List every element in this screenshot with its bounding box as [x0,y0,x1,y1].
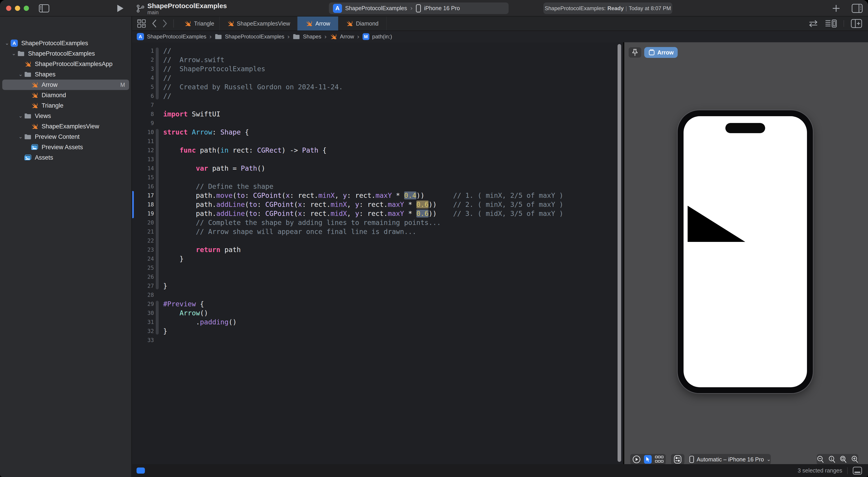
zoom-100-icon[interactable]: 1 [828,455,836,464]
disclosure-chevron-icon[interactable]: ⌄ [17,71,24,77]
swap-editors-icon[interactable] [808,20,818,27]
code-line[interactable] [163,155,563,164]
breadcrumb-item[interactable]: path(in:) [372,33,392,40]
scheme-selector[interactable]: A ShapeProtocolExamples › iPhone 16 Pro [329,2,508,14]
line-number[interactable]: 8 [132,110,154,119]
tree-row-ShapeProtocolExamples[interactable]: ⌄AShapeProtocolExamples [0,38,132,49]
code-line[interactable]: } [163,327,563,336]
code-line[interactable]: } [163,281,563,291]
line-number[interactable]: 24 [132,254,154,263]
selectable-mode-button[interactable] [644,455,652,464]
disclosure-chevron-icon[interactable]: ⌄ [17,134,24,140]
code-line[interactable]: // Complete the shape by adding lines to… [163,218,563,227]
line-number[interactable]: 17 [132,191,154,200]
library-add-icon[interactable] [832,4,840,12]
tree-row-Shapes[interactable]: ⌄Shapes [0,69,132,80]
breadcrumb-item[interactable]: ShapeProtocolExamples [225,33,284,40]
code-line[interactable] [163,173,563,182]
editor-options-icon[interactable] [825,19,837,28]
code-line[interactable]: struct Arrow: Shape { [163,128,563,137]
code-line[interactable]: // Arrow.swift [163,55,563,64]
tree-row-ShapeExamplesView[interactable]: ShapeExamplesView [0,121,132,131]
zoom-window-button[interactable] [24,6,29,11]
code-line[interactable]: Arrow() [163,308,563,318]
tree-row-Views[interactable]: ⌄Views [0,111,132,121]
zoom-out-icon[interactable] [817,455,824,464]
iphone-screen[interactable] [684,116,807,387]
go-forward-icon[interactable] [162,20,167,28]
line-number[interactable]: 23 [132,245,154,254]
line-number[interactable]: 4 [132,73,154,83]
editor-focus-indicator[interactable] [136,468,145,474]
line-number[interactable]: 15 [132,173,154,182]
breadcrumb-item[interactable]: Arrow [340,33,354,40]
line-number[interactable]: 9 [132,119,154,128]
code-line[interactable]: return path [163,245,563,254]
line-number[interactable]: 28 [132,291,154,300]
code-line[interactable]: // ShapeProtocolExamples [163,64,563,73]
breadcrumb-item[interactable]: Shapes [303,33,321,40]
code-line[interactable] [163,236,563,245]
code-line[interactable]: path.move(to: CGPoint(x: rect.minX, y: r… [163,191,563,200]
code-line[interactable] [163,137,563,146]
code-line[interactable]: .padding() [163,318,563,327]
tab-Arrow[interactable]: Arrow [298,17,338,31]
fold-ribbon-segment[interactable] [156,301,159,335]
preview-target-chip[interactable]: Arrow [644,47,678,58]
code-line[interactable]: // [163,46,563,55]
run-button[interactable] [117,4,124,12]
code-line[interactable]: // [163,92,563,100]
tab-ShapeExamplesView[interactable]: ShapeExamplesView [220,17,298,31]
line-number[interactable]: 14 [132,164,154,173]
line-number[interactable]: 12 [132,146,154,155]
line-number[interactable]: 29 [132,300,154,308]
minimize-window-button[interactable] [15,6,20,11]
tree-row-Preview Content[interactable]: ⌄Preview Content [0,131,132,142]
code-lines[interactable]: //// Arrow.swift// ShapeProtocolExamples… [163,46,563,345]
line-number[interactable]: 16 [132,182,154,191]
zoom-fit-icon[interactable] [839,455,847,464]
toggle-debug-area-icon[interactable] [852,467,862,475]
line-number[interactable]: 6 [132,92,154,100]
code-line[interactable] [163,336,563,345]
line-number[interactable]: 21 [132,227,154,236]
go-back-icon[interactable] [152,20,157,28]
toggle-inspector-icon[interactable] [852,4,863,13]
disclosure-chevron-icon[interactable]: ⌄ [4,40,10,46]
line-number[interactable]: 7 [132,100,154,110]
live-preview-icon[interactable] [632,455,641,464]
tree-row-Arrow[interactable]: ArrowM [0,80,132,90]
line-number-gutter[interactable]: 1234567891011121314151617181920212223242… [132,46,154,345]
disclosure-chevron-icon[interactable]: ⌄ [10,51,17,57]
tree-row-Assets[interactable]: Assets [0,152,132,163]
zoom-in-icon[interactable] [851,455,859,464]
code-line[interactable]: import SwiftUI [163,110,563,119]
line-number[interactable]: 31 [132,318,154,327]
line-number[interactable]: 5 [132,83,154,92]
line-number[interactable]: 19 [132,209,154,218]
code-line[interactable]: // [163,73,563,83]
toggle-navigator-icon[interactable] [39,4,49,12]
tab-Triangle[interactable]: Triangle [179,17,220,31]
line-number[interactable]: 33 [132,336,154,345]
tree-row-Diamond[interactable]: Diamond [0,90,132,100]
tree-row-Triangle[interactable]: Triangle [0,100,132,111]
code-line[interactable]: path.addLine(to: CGPoint(x: rect.minX, y… [163,200,563,209]
editor-scrollbar[interactable] [618,44,621,462]
preview-device-dropdown[interactable]: Automatic – iPhone 16 Pro ⌄ [689,454,771,465]
variants-mode-icon[interactable] [655,455,664,464]
fold-ribbon-segment[interactable] [156,129,159,289]
close-window-button[interactable] [6,6,11,11]
add-editor-icon[interactable] [851,19,862,28]
line-number[interactable]: 11 [132,137,154,146]
line-number[interactable]: 27 [132,281,154,291]
code-line[interactable]: // Created by Russell Gordon on 2024-11-… [163,83,563,92]
breadcrumb-item[interactable]: ShapeProtocolExamples [147,33,206,40]
line-number[interactable]: 25 [132,263,154,272]
tree-row-ShapeProtocolExamplesApp[interactable]: ShapeProtocolExamplesApp [0,59,132,69]
line-number[interactable]: 22 [132,236,154,245]
code-line[interactable]: } [163,254,563,263]
code-line[interactable]: path.addLine(to: CGPoint(x: rect.midX, y… [163,209,563,218]
line-number[interactable]: 1 [132,46,154,55]
code-line[interactable]: func path(in rect: CGRect) -> Path { [163,146,563,155]
